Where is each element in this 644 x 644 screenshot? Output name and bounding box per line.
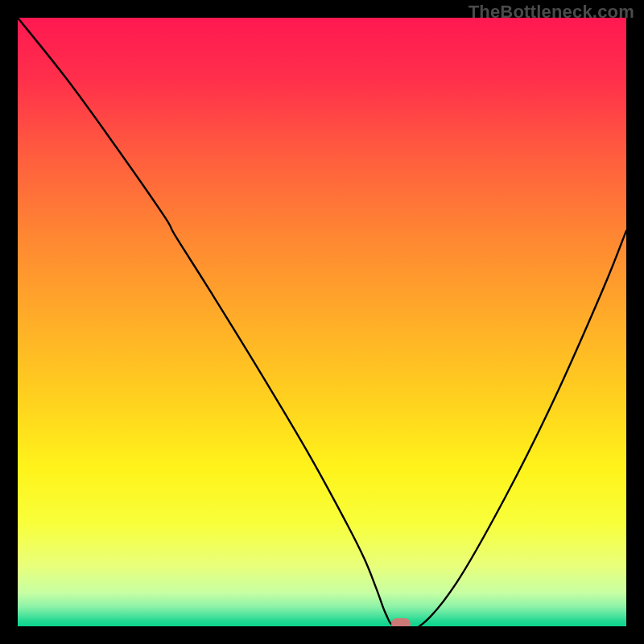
chart-plot-area: [18, 18, 626, 626]
gradient-background: [18, 18, 626, 626]
watermark-text: TheBottleneck.com: [469, 2, 634, 23]
chart-svg: [18, 18, 626, 626]
optimal-point-marker: [391, 618, 411, 626]
